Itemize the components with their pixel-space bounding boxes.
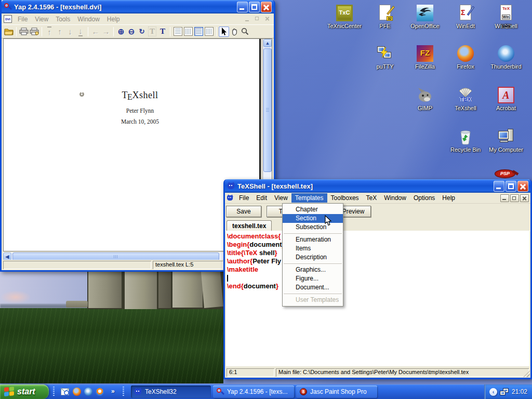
taskbar-button-paintshoppro[interactable]: 8 Jasc Paint Shop Pro (296, 385, 377, 398)
media-player-icon[interactable] (96, 388, 104, 396)
desktop-icon-recycle-bin[interactable]: Recycle Bin (446, 128, 485, 153)
mdi-restore-button[interactable] (254, 15, 262, 23)
zoom-in-button[interactable]: ⊕ (116, 26, 126, 37)
close-button[interactable] (261, 2, 272, 12)
taskbar-clock[interactable]: 21:02 (512, 388, 527, 395)
mdi-restore-button[interactable] (510, 194, 519, 202)
desktop-icon-texshell[interactable]: TEX TeXshell (446, 86, 485, 111)
menu-item-items[interactable]: Items (283, 244, 343, 253)
icon-label: FileZilla (405, 63, 445, 70)
menu-item-chapter[interactable]: Chapter (283, 205, 343, 214)
desktop-icon-winshell[interactable]: TeX Win Shell WinShell (486, 4, 526, 29)
menu-help[interactable]: Help (438, 193, 459, 203)
print-setup-button[interactable] (29, 26, 39, 37)
menu-file[interactable]: File (14, 15, 31, 24)
scrollbar-thumb[interactable] (263, 48, 272, 172)
desktop-icon-openoffice[interactable]: OpenOffice (405, 4, 445, 29)
quicklaunch-overflow-chevron[interactable]: » (111, 388, 115, 395)
open-file-button[interactable] (4, 26, 14, 37)
firefox-quicklaunch-icon[interactable] (73, 388, 81, 396)
menu-file[interactable]: File (235, 193, 252, 203)
thunderbird-icon (497, 45, 515, 62)
menu-window[interactable]: Window (380, 193, 410, 203)
minimize-button[interactable] (237, 2, 248, 12)
quicklaunch-handle[interactable] (53, 387, 55, 397)
next-page-button[interactable]: ↓ (65, 26, 75, 37)
continuous-facing-view-button[interactable] (204, 26, 214, 37)
magnifier-tool-button[interactable] (240, 26, 250, 37)
desktop-icon-filezilla[interactable]: FZ FileZilla (405, 45, 445, 70)
menu-view[interactable]: View (31, 15, 52, 24)
single-page-view-button[interactable] (172, 26, 183, 37)
text-outline-tool-button[interactable]: T (147, 26, 157, 37)
taskbar-button-yap[interactable]: Yap 2.4.1596 - [texs... (213, 385, 294, 398)
menu-item-user-templates[interactable]: User Templates (283, 296, 343, 304)
menu-view[interactable]: View (271, 193, 291, 203)
menu-item-section[interactable]: Section (283, 214, 343, 223)
minimize-button[interactable] (494, 181, 504, 192)
stone (88, 272, 122, 308)
print-button[interactable] (19, 26, 29, 37)
menu-tex[interactable]: TeX (363, 193, 381, 203)
hand-tool-button[interactable] (229, 26, 240, 37)
desktop-icon-putty[interactable]: puTTY (365, 45, 405, 70)
continuous-view-button[interactable] (193, 26, 204, 37)
menu-options[interactable]: Options (410, 193, 438, 203)
menu-templates[interactable]: Templates (291, 193, 327, 203)
texshell-app-icon (227, 182, 235, 190)
taskband-handle[interactable] (123, 387, 124, 397)
back-button[interactable]: ← (90, 26, 101, 37)
mdi-minimize-button[interactable] (244, 15, 252, 23)
menu-edit[interactable]: Edit (252, 193, 271, 203)
refresh-button[interactable]: ↻ (137, 26, 147, 37)
forward-button[interactable]: → (101, 26, 111, 37)
menu-item-description[interactable]: Description (283, 253, 343, 262)
icon-label: puTTY (365, 63, 405, 70)
code-editor[interactable]: \documentclass{ \begin{document} \title{… (226, 231, 529, 366)
taskbar-button-texshell32[interactable]: TeXShell32 (131, 385, 211, 398)
mdi-close-button[interactable] (520, 194, 529, 202)
previous-page-button[interactable]: ↑ (55, 26, 65, 37)
menu-item-enumeration[interactable]: Enumeration (283, 235, 343, 244)
last-page-button[interactable]: ↓ (75, 26, 86, 37)
maximize-button[interactable] (506, 181, 516, 192)
desktop-icon-gimp[interactable]: GIMP (405, 86, 445, 111)
tray-collapse-chevron-icon[interactable]: ‹ (489, 388, 497, 396)
desktop-icon-firefox[interactable]: Firefox (446, 45, 485, 70)
thunderbird-quicklaunch-icon[interactable] (84, 388, 92, 396)
desktop-icon-my-computer[interactable]: My Computer (486, 128, 526, 153)
desktop-icon-texniccenter[interactable]: TxC TeXnicCenter (325, 4, 364, 29)
menu-item-document[interactable]: Document... (283, 283, 343, 292)
desktop-icon-acrobat[interactable]: A Acrobat (486, 86, 526, 111)
mdi-close-button[interactable] (263, 15, 272, 23)
menu-item-subsection[interactable]: Subsection (283, 223, 343, 232)
desktop-icon-winedt[interactable]: Σ WinEdt (446, 4, 485, 29)
close-button[interactable] (517, 181, 528, 192)
mdi-minimize-button[interactable] (500, 194, 509, 202)
menu-item-graphics[interactable]: Graphics... (283, 265, 343, 274)
icon-label: TeXshell (446, 105, 485, 111)
menu-item-figure[interactable]: Figure... (283, 274, 343, 283)
save-button[interactable]: Save (226, 206, 261, 217)
desktop-icon-pfe[interactable]: 32 PFE (365, 4, 405, 29)
outlook-express-icon[interactable] (61, 388, 69, 396)
yap-titlebar[interactable]: Yap 2.4.1596 - [texshell.dvi] (2, 0, 274, 14)
tab-texshell-tex[interactable]: texshell.tex (227, 220, 272, 231)
text-tool-button[interactable]: T (157, 26, 168, 37)
menu-toolboxes[interactable]: Toolboxes (327, 193, 363, 203)
network-status-icon[interactable] (500, 388, 509, 396)
texshell-titlebar[interactable]: TeXShell - [texshell.tex] (225, 179, 530, 193)
zoom-out-button[interactable]: ⊖ (126, 26, 137, 37)
menu-window[interactable]: Window (74, 15, 103, 24)
desktop-icon-thunderbird[interactable]: Thunderbird (486, 45, 526, 70)
two-page-view-button[interactable] (183, 26, 193, 37)
menu-tools[interactable]: Tools (52, 15, 74, 24)
maximize-button[interactable] (249, 2, 260, 12)
firefox-icon (457, 45, 474, 62)
select-tool-button[interactable] (219, 26, 229, 37)
yap-app-icon (4, 3, 12, 11)
first-page-button[interactable]: ↑ (44, 26, 55, 37)
scroll-up-button[interactable]: ▲ (263, 39, 272, 47)
start-button[interactable]: start (0, 384, 49, 399)
menu-help[interactable]: Help (103, 15, 124, 24)
